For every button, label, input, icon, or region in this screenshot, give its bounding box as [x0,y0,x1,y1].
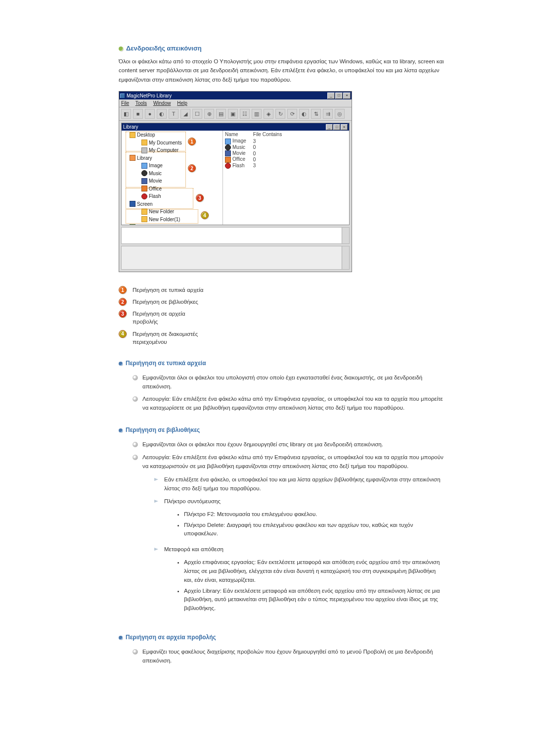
computer-icon [141,147,147,153]
toolbar-button[interactable]: ◎ [335,109,345,119]
list-pane: Name File Contains Image3 Music0 Movie0 … [223,131,349,225]
toolbar-button[interactable]: ▥ [252,109,262,119]
list-item: Πλήκτρο Delete: Διαγραφή του επιλεγμένου… [184,520,445,540]
toolbar-button[interactable]: ☷ [240,109,250,119]
legend-label: Περιήγηση σε τυπικά αρχεία [133,286,204,294]
window-title: MagicNetPro Library [127,93,327,98]
toolbar-button[interactable]: ▣ [228,109,238,119]
subsection-title: Περιήγηση σε αρχεία προβολής [119,634,445,641]
table-row[interactable]: Music0 [225,144,289,150]
toolbar: ◧ ■ ● ◐ T ◢ ☐ ⊕ ▤ ▣ ☷ ▥ ◈ ↻ ⟳ ◐ ⇅ ⇉ ◎ [119,107,352,121]
toolbar-button[interactable]: ⇉ [323,109,333,119]
intro-text: Όλοι οι φάκελοι κάτω από το στοιχείο Ο Υ… [119,57,445,84]
menu-window[interactable]: Window [153,100,171,106]
inner-window-buttons: _ □ × [326,124,348,130]
list-item: Πλήκτρο F2: Μετονομασία του επιλεγμένου … [184,509,445,520]
menu-bar: File Tools Window Help [119,99,352,107]
legend: 1Περιήγηση σε τυπικά αρχεία 2Περιήγηση σ… [119,284,445,348]
tree-item[interactable]: Contents Server New Folder [124,224,222,225]
list-item: Πλήκτρο συντόμευσης Πλήκτρο F2: Μετονομα… [154,495,445,543]
server-icon [130,224,135,225]
list-item: Αρχείο επιφάνειας εργασίας: Εάν εκτελέσε… [184,557,445,585]
inner-maximize-button[interactable]: □ [333,124,340,130]
menu-file[interactable]: File [121,100,129,106]
toolbar-button[interactable]: ⇅ [311,109,321,119]
subsection-title: Περιήγηση σε τυπικά αρχεία [119,360,445,367]
doc-list: Εμφανίζει τους φακέλους διαχείρισης προβ… [133,646,445,667]
menu-tools[interactable]: Tools [135,100,147,106]
scrollbar[interactable] [342,228,349,243]
list-item: Λειτουργία: Εάν επιλέξετε ένα φάκελο κάτ… [133,393,445,415]
tree-pane[interactable]: 1 2 3 4 Desktop My Documents My Computer [122,131,223,225]
doc-list: Εμφανίζονται όλοι οι φάκελοι του υπολογι… [133,372,445,415]
toolbar-button[interactable]: ◧ [121,109,131,119]
inner-close-button[interactable]: × [341,124,348,130]
list-item: Εάν επιλέξετε ένα φάκελο, οι υποφάκελοί … [154,473,445,495]
toolbar-button[interactable]: ↻ [275,109,285,119]
table-row[interactable]: Office0 [225,156,289,162]
tree-item[interactable]: Image [135,162,222,170]
tree-item[interactable]: My Documents [135,140,222,147]
maximize-button[interactable]: □ [335,93,343,99]
toolbar-button[interactable]: ⊕ [204,109,214,119]
preview-pane-lower [121,246,350,270]
toolbar-button[interactable]: T [169,109,178,119]
music-icon [141,170,147,176]
table-row[interactable]: Movie0 [225,150,289,156]
list-item: Λειτουργία: Εάν επιλέξετε ένα φάκελο κάτ… [133,451,445,622]
desktop-icon [130,132,135,138]
toolbar-button[interactable]: ◢ [180,109,190,119]
flash-icon [141,193,147,199]
title-bar: MagicNetPro Library _ □ × [119,92,352,99]
legend-label: Περιήγηση σε αρχεία προβολής [133,310,212,326]
toolbar-button[interactable]: ☐ [192,109,202,119]
column-header[interactable]: Name [225,132,253,138]
app-icon [120,94,125,98]
tree-item[interactable]: Screen New Folder New Folder(1) [124,201,222,224]
preview-pane-upper [121,227,350,244]
minimize-button[interactable]: _ [327,93,335,99]
column-header[interactable]: File Contains [253,132,289,138]
scrollbar[interactable] [342,246,349,269]
tree-item[interactable]: New Folder(1) [135,216,222,224]
tree-item[interactable]: Flash [135,193,222,201]
toolbar-button[interactable]: ■ [133,109,143,119]
menu-help[interactable]: Help [177,100,187,106]
inner-window-title: Library [123,124,326,130]
tree-item[interactable]: Music [135,170,222,178]
tree-item[interactable]: Office [135,186,222,193]
toolbar-button[interactable]: ▤ [216,109,226,119]
toolbar-button[interactable]: ⟳ [287,109,297,119]
list-item: Εμφανίζονται όλοι οι φάκελοι που έχουν δ… [133,438,445,451]
table-row[interactable]: Flash3 [225,163,289,169]
image-icon [225,139,231,144]
toolbar-button[interactable]: ● [145,109,155,119]
folder-icon [141,209,147,215]
toolbar-button[interactable]: ◈ [264,109,273,119]
close-button[interactable]: × [343,93,351,99]
tree-item[interactable]: New Folder [135,208,222,216]
inner-minimize-button[interactable]: _ [326,124,333,130]
folder-icon [141,140,147,145]
legend-label: Περιήγηση σε βιβλιοθήκες [133,298,198,306]
legend-badge-3: 3 [119,310,127,318]
flash-icon [225,163,231,169]
tree-item[interactable]: Library Image Music Movie Office Flash [124,155,222,201]
inner-window: Library _ □ × 1 2 3 4 [121,123,350,225]
tree-item[interactable]: Movie [135,178,222,186]
app-window: MagicNetPro Library _ □ × File Tools Win… [119,91,352,272]
office-icon [141,186,147,191]
tree-item[interactable]: My Computer [135,147,222,155]
table-row[interactable]: Image3 [225,138,289,144]
office-icon [225,157,231,163]
screen-icon [130,201,135,207]
legend-badge-1: 1 [119,286,127,294]
toolbar-button[interactable]: ◐ [157,109,167,119]
legend-badge-4: 4 [119,330,127,338]
movie-icon [141,178,147,184]
toolbar-button[interactable]: ◐ [299,109,309,119]
tree-item[interactable]: Desktop My Documents My Computer [124,132,222,155]
list-item: Εμφανίζονται όλοι οι φάκελοι του υπολογι… [133,372,445,393]
image-icon [141,163,147,169]
list-item: Αρχείο Library: Εάν εκτελέσετε μεταφορά … [184,586,445,614]
